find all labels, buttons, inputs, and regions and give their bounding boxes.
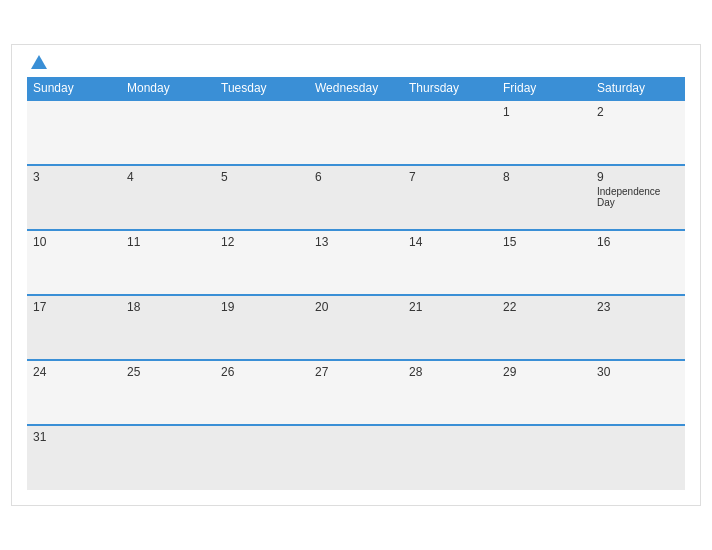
day-number: 9 bbox=[597, 170, 679, 184]
calendar-cell bbox=[121, 100, 215, 165]
week-row-5: 31 bbox=[27, 425, 685, 490]
day-header-tuesday: Tuesday bbox=[215, 77, 309, 100]
day-number: 23 bbox=[597, 300, 679, 314]
day-number: 11 bbox=[127, 235, 209, 249]
day-number: 14 bbox=[409, 235, 491, 249]
day-number: 1 bbox=[503, 105, 585, 119]
day-header-thursday: Thursday bbox=[403, 77, 497, 100]
day-number: 31 bbox=[33, 430, 115, 444]
calendar-cell: 17 bbox=[27, 295, 121, 360]
day-header-wednesday: Wednesday bbox=[309, 77, 403, 100]
week-row-2: 10111213141516 bbox=[27, 230, 685, 295]
days-header-row: SundayMondayTuesdayWednesdayThursdayFrid… bbox=[27, 77, 685, 100]
week-row-4: 24252627282930 bbox=[27, 360, 685, 425]
calendar-cell bbox=[497, 425, 591, 490]
calendar-cell bbox=[403, 425, 497, 490]
day-number: 17 bbox=[33, 300, 115, 314]
day-number: 2 bbox=[597, 105, 679, 119]
day-number: 20 bbox=[315, 300, 397, 314]
day-number: 15 bbox=[503, 235, 585, 249]
day-number: 13 bbox=[315, 235, 397, 249]
day-number: 4 bbox=[127, 170, 209, 184]
calendar-cell: 10 bbox=[27, 230, 121, 295]
day-number: 21 bbox=[409, 300, 491, 314]
holiday-name: Independence Day bbox=[597, 186, 679, 208]
week-row-1: 3456789Independence Day bbox=[27, 165, 685, 230]
calendar-cell: 6 bbox=[309, 165, 403, 230]
day-number: 26 bbox=[221, 365, 303, 379]
calendar-cell: 30 bbox=[591, 360, 685, 425]
calendar-cell: 25 bbox=[121, 360, 215, 425]
calendar-table: SundayMondayTuesdayWednesdayThursdayFrid… bbox=[27, 77, 685, 490]
week-row-3: 17181920212223 bbox=[27, 295, 685, 360]
day-number: 18 bbox=[127, 300, 209, 314]
day-number: 22 bbox=[503, 300, 585, 314]
day-header-friday: Friday bbox=[497, 77, 591, 100]
calendar-cell: 1 bbox=[497, 100, 591, 165]
day-number: 19 bbox=[221, 300, 303, 314]
calendar-cell: 4 bbox=[121, 165, 215, 230]
week-row-0: 12 bbox=[27, 100, 685, 165]
calendar-cell: 9Independence Day bbox=[591, 165, 685, 230]
calendar-cell: 16 bbox=[591, 230, 685, 295]
calendar-cell: 2 bbox=[591, 100, 685, 165]
day-number: 16 bbox=[597, 235, 679, 249]
day-number: 25 bbox=[127, 365, 209, 379]
calendar-cell: 18 bbox=[121, 295, 215, 360]
calendar-cell: 8 bbox=[497, 165, 591, 230]
day-header-sunday: Sunday bbox=[27, 77, 121, 100]
calendar-cell: 11 bbox=[121, 230, 215, 295]
calendar-cell bbox=[591, 425, 685, 490]
calendar-cell bbox=[403, 100, 497, 165]
day-header-saturday: Saturday bbox=[591, 77, 685, 100]
calendar-header bbox=[27, 55, 685, 69]
calendar-cell bbox=[215, 425, 309, 490]
calendar-cell: 5 bbox=[215, 165, 309, 230]
calendar-cell: 22 bbox=[497, 295, 591, 360]
calendar-cell bbox=[309, 425, 403, 490]
day-number: 5 bbox=[221, 170, 303, 184]
day-number: 28 bbox=[409, 365, 491, 379]
logo-triangle-icon bbox=[31, 55, 47, 69]
calendar-cell: 7 bbox=[403, 165, 497, 230]
day-number: 24 bbox=[33, 365, 115, 379]
day-number: 10 bbox=[33, 235, 115, 249]
calendar-cell: 21 bbox=[403, 295, 497, 360]
day-number: 3 bbox=[33, 170, 115, 184]
calendar-cell: 26 bbox=[215, 360, 309, 425]
day-number: 12 bbox=[221, 235, 303, 249]
calendar-cell: 15 bbox=[497, 230, 591, 295]
calendar-cell: 27 bbox=[309, 360, 403, 425]
calendar-cell bbox=[309, 100, 403, 165]
day-number: 8 bbox=[503, 170, 585, 184]
logo bbox=[27, 55, 47, 69]
calendar-cell bbox=[121, 425, 215, 490]
calendar-cell: 29 bbox=[497, 360, 591, 425]
calendar-cell: 31 bbox=[27, 425, 121, 490]
day-number: 6 bbox=[315, 170, 397, 184]
calendar-container: SundayMondayTuesdayWednesdayThursdayFrid… bbox=[11, 44, 701, 506]
calendar-cell: 19 bbox=[215, 295, 309, 360]
calendar-cell: 28 bbox=[403, 360, 497, 425]
calendar-cell: 20 bbox=[309, 295, 403, 360]
calendar-cell: 14 bbox=[403, 230, 497, 295]
calendar-cell: 12 bbox=[215, 230, 309, 295]
calendar-cell bbox=[215, 100, 309, 165]
day-header-monday: Monday bbox=[121, 77, 215, 100]
calendar-cell: 24 bbox=[27, 360, 121, 425]
calendar-cell: 3 bbox=[27, 165, 121, 230]
calendar-cell bbox=[27, 100, 121, 165]
day-number: 30 bbox=[597, 365, 679, 379]
day-number: 29 bbox=[503, 365, 585, 379]
day-number: 7 bbox=[409, 170, 491, 184]
calendar-cell: 13 bbox=[309, 230, 403, 295]
day-number: 27 bbox=[315, 365, 397, 379]
calendar-cell: 23 bbox=[591, 295, 685, 360]
